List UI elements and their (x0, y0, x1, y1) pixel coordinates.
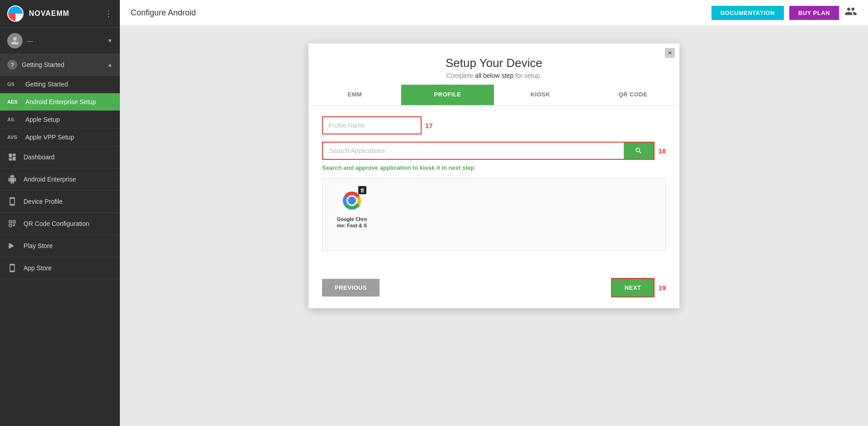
username: --- (27, 38, 103, 44)
sidebar-header: NOVAEMM ⋮ (0, 0, 120, 28)
sidebar-item-avs[interactable]: AVS Apple VPP Setup (0, 129, 120, 146)
app-item-chrome[interactable]: 🗑 (332, 188, 372, 229)
getting-started-group[interactable]: ? Getting Started ▲ (0, 54, 120, 76)
chrome-icon-wrapper: 🗑 (339, 188, 365, 213)
sidebar-item-qr[interactable]: QR Code Configuration (0, 213, 120, 235)
user-chevron-icon: ▼ (107, 38, 113, 44)
documentation-button[interactable]: DOCUMENTATION (711, 6, 784, 20)
tab-kiosk[interactable]: KIOSK (494, 85, 587, 105)
getting-started-label: Getting Started (22, 61, 103, 68)
subtitle-post: for setup. (513, 72, 541, 79)
previous-button[interactable]: PREVIOUS (322, 279, 379, 297)
app-list-container: 🗑 (322, 178, 666, 251)
avs-label: Apple VPP Setup (25, 134, 74, 141)
sidebar-item-aes[interactable]: AES Android Enterprise Setup (0, 93, 120, 111)
tab-emm[interactable]: EMM (308, 85, 401, 105)
playstore-icon (7, 241, 17, 251)
modal-tabs: EMM PROFILE KIOSK QR CODE (308, 85, 679, 105)
tab-qrcode[interactable]: QR CODE (587, 85, 679, 105)
search-input-wrapper (322, 142, 655, 160)
profile-name-input[interactable] (322, 116, 422, 134)
search-row: 18 (322, 142, 666, 160)
tab-profile[interactable]: PROFILE (401, 85, 494, 105)
dashboard-label: Dashboard (24, 153, 55, 161)
sidebar-item-as[interactable]: AS Apple Setup (0, 111, 120, 129)
svg-point-2 (348, 196, 356, 205)
setup-modal: × Setup Your Device Complete all below s… (308, 43, 679, 308)
subtitle-pre: Complete (446, 72, 475, 79)
modal-subtitle: Complete all below step for setup. (318, 72, 670, 79)
search-hint: Search and approve application to kiosk … (322, 164, 666, 171)
modal-footer: PREVIOUS NEXT 19 (308, 271, 679, 308)
sidebar-item-gs[interactable]: GS Getting Started (0, 76, 120, 93)
topbar: Configure Android DOCUMENTATION BUY PLAN (120, 0, 868, 25)
next-button[interactable]: NEXT (611, 278, 655, 297)
dashboard-icon (7, 152, 17, 162)
page-title: Configure Android (131, 8, 196, 18)
as-label: Apple Setup (25, 116, 60, 123)
search-applications-input[interactable] (323, 143, 624, 159)
app-name-chrome: Google Chrome: Fast & S (337, 216, 367, 229)
sidebar-item-android[interactable]: Android Enterprise (0, 168, 120, 191)
annotation-19: 19 (658, 284, 666, 292)
modal-close-button[interactable]: × (665, 48, 675, 58)
subtitle-highlight: all below step (475, 72, 513, 79)
sidebar-user[interactable]: --- ▼ (0, 28, 120, 54)
getting-started-icon: ? (7, 60, 17, 70)
playstore-label: Play Store (24, 242, 53, 249)
profile-name-row: 17 (322, 116, 666, 134)
qr-icon (7, 219, 17, 229)
avs-abbr: AVS (7, 134, 20, 140)
sidebar-item-device-profile[interactable]: Device Profile (0, 191, 120, 213)
avatar (7, 33, 23, 48)
annotation-18: 18 (658, 147, 666, 155)
modal-body: 17 18 Search and approve application to … (308, 116, 679, 271)
sidebar-menu-icon[interactable]: ⋮ (104, 9, 113, 19)
app-name: NOVAEMM (29, 10, 99, 18)
novaemm-logo (7, 5, 24, 22)
android-label: Android Enterprise (24, 176, 76, 183)
delete-app-icon[interactable]: 🗑 (358, 186, 366, 194)
as-abbr: AS (7, 117, 20, 122)
gs-label: Getting Started (25, 81, 68, 88)
buyplan-button[interactable]: BUY PLAN (789, 6, 839, 20)
device-profile-icon (7, 196, 17, 206)
next-button-wrapper: NEXT 19 (611, 278, 666, 297)
appstore-icon (7, 263, 17, 273)
topbar-user-icon[interactable] (844, 5, 857, 20)
appstore-label: App Store (24, 264, 52, 272)
modal-header: Setup Your Device Complete all below ste… (308, 43, 679, 85)
device-profile-label: Device Profile (24, 198, 62, 205)
topbar-actions: DOCUMENTATION BUY PLAN (711, 5, 857, 20)
page-area: × Setup Your Device Complete all below s… (120, 25, 868, 426)
group-arrow-icon: ▲ (107, 62, 113, 68)
modal-title: Setup Your Device (318, 56, 670, 70)
gs-abbr: GS (7, 81, 20, 87)
sidebar: NOVAEMM ⋮ --- ▼ ? Getting Started ▲ GS G… (0, 0, 120, 426)
search-button[interactable] (624, 143, 654, 159)
aes-label: Android Enterprise Setup (25, 98, 96, 105)
sidebar-item-dashboard[interactable]: Dashboard (0, 146, 120, 168)
main-content: Configure Android DOCUMENTATION BUY PLAN… (120, 0, 868, 426)
android-icon (7, 174, 17, 184)
annotation-17: 17 (425, 122, 433, 129)
sidebar-item-playstore[interactable]: Play Store (0, 235, 120, 257)
aes-abbr: AES (7, 99, 20, 105)
sidebar-item-appstore[interactable]: App Store (0, 257, 120, 279)
qr-label: QR Code Configuration (24, 220, 90, 227)
